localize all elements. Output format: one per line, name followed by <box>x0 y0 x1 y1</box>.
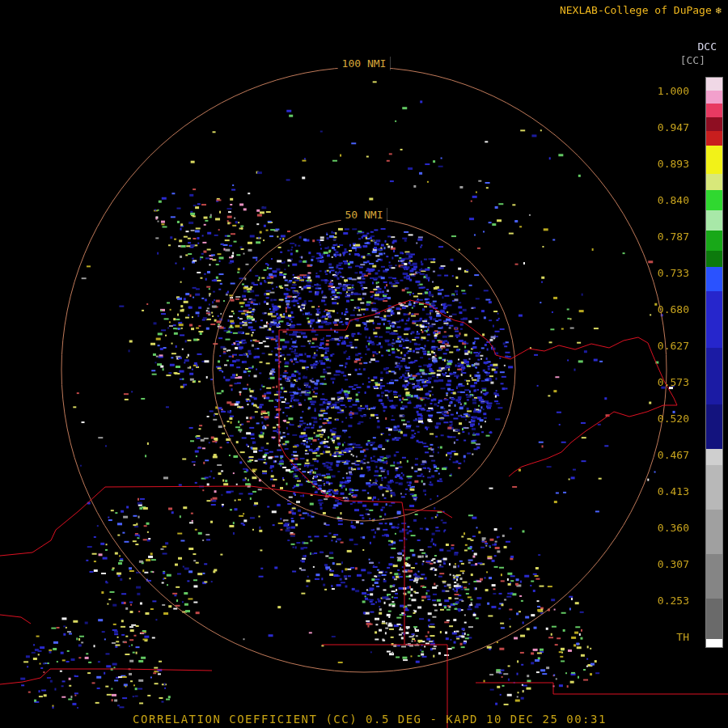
county-boundary <box>402 502 404 645</box>
colorbar-segment <box>706 146 722 174</box>
colorbar-label: 0.573 <box>658 377 689 387</box>
colorbar-segment <box>706 131 722 146</box>
colorbar-label: 0.947 <box>658 122 689 133</box>
colorbar-segment <box>706 599 722 639</box>
county-boundary <box>0 486 343 556</box>
range-ring-label-100nmi: 100 NMI <box>338 57 391 70</box>
county-boundary <box>0 615 31 624</box>
colorbar-segment <box>706 190 722 210</box>
colorbar-label: 0.360 <box>658 523 689 533</box>
attribution-text: NEXLAB-College of DuPage <box>560 4 712 16</box>
colorbar-segment <box>706 117 722 131</box>
colorbar-segment <box>706 210 722 231</box>
colorbar-label: 1.000 <box>658 86 689 96</box>
colorbar-segment <box>706 465 722 510</box>
colorbar-label: 0.893 <box>658 159 689 169</box>
county-boundary <box>279 300 510 443</box>
colorbar-segment <box>706 639 722 647</box>
colorbar-segment <box>706 231 722 251</box>
colorbar-label: 0.520 <box>658 413 689 424</box>
colorbar-label: 0.467 <box>658 450 689 460</box>
colorbar-segment <box>706 267 722 291</box>
colorbar-segment <box>706 554 722 599</box>
colorbar-segment <box>706 104 722 117</box>
product-unit-label: [CC] <box>680 54 705 66</box>
county-boundary <box>476 683 728 694</box>
county-boundary <box>0 669 212 684</box>
colorbar-segment <box>706 449 722 465</box>
colorbar-segment <box>706 78 722 91</box>
county-boundary <box>279 443 402 502</box>
nexlab-logo-icon: ❄ <box>716 5 722 16</box>
colorbar-label: 0.840 <box>658 195 689 205</box>
colorbar-segment <box>706 251 722 267</box>
product-code-label: DCC <box>698 40 717 53</box>
colorbar-segment <box>706 174 722 190</box>
range-ring <box>61 67 667 672</box>
attribution: NEXLAB-College of DuPage ❄ <box>560 4 722 16</box>
colorbar-segment <box>706 348 722 404</box>
colorbar-label: 0.787 <box>658 231 689 242</box>
map-overlay <box>0 0 728 728</box>
colorbar-label: 0.253 <box>658 595 689 606</box>
radar-display: NEXLAB-College of DuPage ❄ DCC [CC] 1.00… <box>0 0 728 728</box>
colorbar-segment <box>706 404 722 449</box>
colorbar-label: 0.413 <box>658 486 689 497</box>
range-ring <box>213 218 515 521</box>
colorbar-segment <box>706 291 722 348</box>
range-ring-label-50nmi: 50 NMI <box>341 208 387 222</box>
colorbar-label: 0.307 <box>658 559 689 569</box>
product-caption: CORRELATION COEFFICIENT (CC) 0.5 DEG - K… <box>133 713 607 726</box>
colorbar-label: 0.627 <box>658 341 689 351</box>
county-boundary <box>509 337 677 476</box>
colorbar-label: 0.680 <box>658 304 689 315</box>
colorbar-segment <box>706 91 722 104</box>
colorbar-label: TH <box>676 632 689 642</box>
colorbar <box>705 77 723 648</box>
colorbar-segment <box>706 510 722 554</box>
colorbar-label: 0.733 <box>658 268 689 278</box>
